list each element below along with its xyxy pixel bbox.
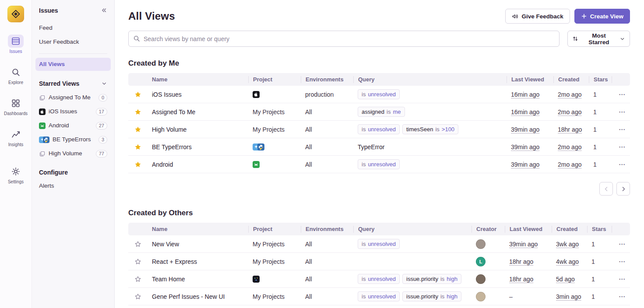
- column-header-name: Name: [148, 226, 248, 233]
- plus-icon: [581, 13, 587, 19]
- search-input[interactable]: [128, 31, 560, 47]
- environments-cell: All: [301, 293, 353, 300]
- app-root: IssuesExploreDashboardsInsightsSettings …: [0, 0, 644, 308]
- starred-views-header-label: Starred Views: [39, 80, 79, 87]
- created-cell: 18hr ago: [553, 126, 589, 133]
- query-cell: is unresolvedtimesSeen is >100: [353, 124, 507, 134]
- last-viewed-cell: 16min ago: [507, 108, 553, 116]
- sidebar-item-high-volume[interactable]: High Volume77: [35, 147, 111, 160]
- column-header-environments: Environments: [301, 76, 353, 83]
- star-outline-icon[interactable]: [134, 293, 141, 300]
- creator-cell: [472, 274, 505, 284]
- sidebar-item-label: Alerts: [39, 182, 107, 190]
- view-name-link[interactable]: iOS Issues: [152, 91, 182, 98]
- rail-item-dashboards[interactable]: Dashboards: [4, 97, 28, 116]
- star-outline-icon[interactable]: [134, 241, 141, 248]
- give-feedback-button[interactable]: Give Feedback: [505, 9, 570, 24]
- view-name-link[interactable]: High Volume: [152, 126, 187, 133]
- view-name-link[interactable]: Assigned To Me: [152, 108, 195, 116]
- rail-item-explore[interactable]: Explore: [8, 66, 24, 85]
- creator-cell: [472, 292, 505, 301]
- create-view-button[interactable]: Create View: [574, 9, 630, 24]
- environments-cell: All: [301, 126, 353, 133]
- row-actions-button[interactable]: ⋯: [616, 142, 628, 152]
- view-name-link[interactable]: BE TypeErrors: [152, 144, 192, 150]
- toolbar: Most Starred: [128, 31, 630, 47]
- view-name-link[interactable]: Team Home: [152, 276, 185, 283]
- star-filled-icon[interactable]: [134, 126, 141, 133]
- mine-body: iOS Issuesproductionis unresolved16min a…: [128, 86, 630, 173]
- sidebar-item-assigned-to-me[interactable]: Assigned To Me0: [35, 91, 111, 104]
- sort-button[interactable]: Most Starred: [567, 31, 630, 47]
- query-cell: assigned is me: [353, 107, 507, 117]
- row-actions-button[interactable]: ⋯: [616, 239, 628, 249]
- view-name-link[interactable]: Gene Perf Issues - New UI: [152, 293, 225, 300]
- sidebar-header: Issues: [32, 5, 114, 21]
- rail-item-issues[interactable]: Issues: [8, 35, 24, 54]
- table-row[interactable]: BE TypeErrorsAllTypeError39min ago2mo ag…: [128, 138, 630, 156]
- table-row[interactable]: Gene Perf Issues - New UIMy ProjectsAlli…: [128, 288, 630, 305]
- table-row[interactable]: New ViewMy ProjectsAllis unresolved39min…: [128, 235, 630, 253]
- star-outline-icon[interactable]: [134, 258, 141, 265]
- python-project-icon: [257, 144, 264, 150]
- star-outline-icon[interactable]: [134, 276, 141, 283]
- query-cell: is unresolved: [353, 239, 472, 249]
- sidebar-item-be-typeerrors[interactable]: BE TypeErrors3: [35, 133, 111, 146]
- view-name-link[interactable]: Android: [152, 161, 173, 168]
- row-actions-button[interactable]: ⋯: [616, 160, 628, 169]
- prev-page-button[interactable]: [599, 182, 613, 196]
- query-chip: is unresolved: [358, 124, 400, 134]
- created-by-others-title: Created by Others: [128, 209, 630, 217]
- sidebar-item-feed[interactable]: Feed: [35, 21, 111, 35]
- sidebar-item-alerts[interactable]: Alerts: [35, 179, 111, 192]
- column-header-project: Project: [248, 76, 301, 83]
- rail-item-label: Explore: [8, 80, 23, 85]
- sidebar-title: Issues: [39, 7, 58, 14]
- created-cell: 2mo ago: [553, 91, 589, 98]
- table-row[interactable]: AndroidAllis unresolved39min ago2mo ago1…: [128, 156, 630, 173]
- sentry-logo[interactable]: [7, 6, 24, 22]
- row-actions-button[interactable]: ⋯: [616, 274, 628, 284]
- star-filled-icon[interactable]: [134, 144, 141, 150]
- pagination: [128, 182, 630, 196]
- row-actions-button[interactable]: ⋯: [616, 292, 628, 301]
- table-row[interactable]: Team HomeAllis unresolvedissue.priority …: [128, 270, 630, 288]
- sidebar-item-label: All Views: [39, 60, 107, 68]
- query-cell: is unresolved: [353, 89, 507, 99]
- sidebar-item-ios-issues[interactable]: iOS Issues17: [35, 105, 111, 118]
- rail-item-insights[interactable]: Insights: [8, 128, 24, 147]
- created-cell: 3min ago: [552, 293, 587, 300]
- creator-cell: [472, 239, 505, 249]
- sidebar-item-label: BE TypeErrors: [53, 136, 95, 144]
- search-icon: [8, 66, 24, 79]
- last-viewed-cell: 39min ago: [507, 126, 553, 133]
- rail-item-settings[interactable]: Settings: [8, 165, 24, 184]
- table-row[interactable]: React + ExpressMy ProjectsAllL18hr ago4w…: [128, 253, 630, 270]
- row-actions-button[interactable]: ⋯: [616, 125, 628, 134]
- environments-cell: production: [301, 91, 353, 98]
- star-filled-icon[interactable]: [134, 108, 141, 116]
- view-stack-icon: [39, 94, 46, 101]
- star-filled-icon[interactable]: [134, 91, 141, 98]
- next-page-button[interactable]: [616, 182, 630, 196]
- created-cell: 2mo ago: [553, 161, 589, 168]
- row-actions-button[interactable]: ⋯: [616, 90, 628, 99]
- stars-count-cell: 1: [587, 258, 612, 265]
- created-by-me-title: Created by Me: [128, 59, 630, 68]
- sidebar-item-android[interactable]: Android27: [35, 119, 111, 132]
- view-name-link[interactable]: New View: [152, 241, 179, 248]
- view-name-link[interactable]: React + Express: [152, 258, 197, 265]
- last-viewed-cell: –: [505, 293, 552, 300]
- row-actions-button[interactable]: ⋯: [616, 107, 628, 117]
- star-filled-icon[interactable]: [134, 161, 141, 168]
- collapse-starred-button[interactable]: [100, 80, 108, 88]
- table-row[interactable]: High VolumeMy ProjectsAllis unresolvedti…: [128, 121, 630, 138]
- query-chip: issue.priority is high: [402, 274, 461, 284]
- sidebar-item-all-views[interactable]: All Views: [35, 58, 111, 71]
- rail-item-label: Issues: [10, 49, 22, 54]
- collapse-sidebar-button[interactable]: [100, 6, 108, 14]
- table-row[interactable]: Assigned To MeMy ProjectsAllassigned is …: [128, 103, 630, 121]
- table-row[interactable]: iOS Issuesproductionis unresolved16min a…: [128, 86, 630, 103]
- sidebar-item-user-feedback[interactable]: User Feedback: [35, 35, 111, 49]
- row-actions-button[interactable]: ⋯: [616, 257, 628, 266]
